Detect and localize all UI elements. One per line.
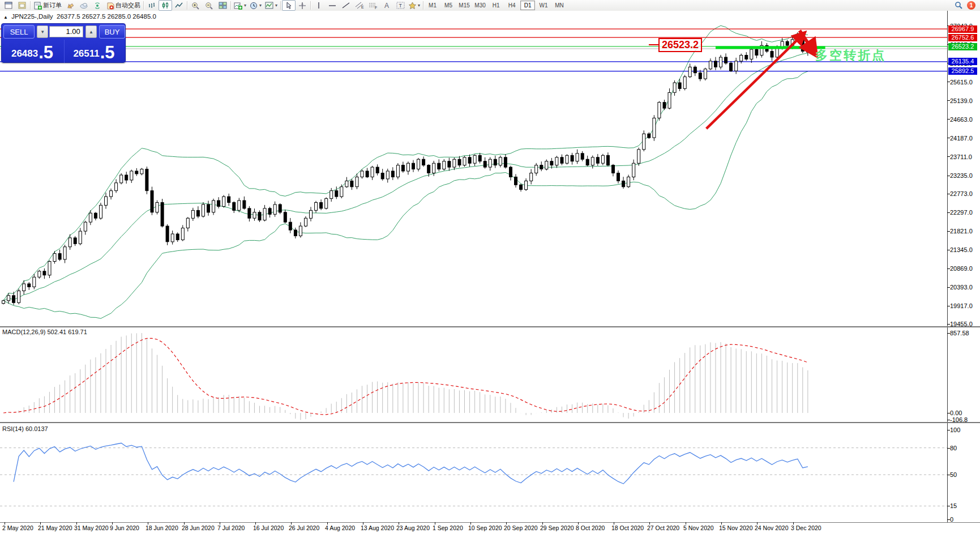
candle-bear xyxy=(612,165,615,173)
panel-separator[interactable] xyxy=(0,326,980,327)
candle-bull xyxy=(33,277,36,287)
candle-bull xyxy=(120,175,123,183)
candle-bear xyxy=(771,52,773,57)
price-callout-box[interactable]: 26523.2 xyxy=(658,38,702,52)
candle-bear xyxy=(448,161,451,167)
price-axis-tick: 22297.0 xyxy=(950,209,973,216)
candle-bear xyxy=(596,157,599,163)
candle-bull xyxy=(69,238,71,247)
candle-bear xyxy=(43,271,46,275)
candle-bull xyxy=(720,57,722,67)
candle-bull xyxy=(330,191,333,199)
bollinger-upper-band xyxy=(3,25,808,301)
candle-bull xyxy=(463,157,466,165)
bollinger-lower-band xyxy=(3,71,808,318)
candle-bull xyxy=(361,171,363,177)
candle-bull xyxy=(63,247,66,259)
panel-separator[interactable] xyxy=(0,422,980,423)
time-axis-label: 15 Nov 2020 xyxy=(719,525,753,531)
candle-bull xyxy=(407,163,410,171)
trade-panel-row: SELL ▼ 1.00 ▲ BUY xyxy=(2,25,125,39)
candle-bear xyxy=(663,103,666,108)
candle-bull xyxy=(750,49,753,59)
candle-bear xyxy=(335,191,338,197)
candle-bear xyxy=(166,226,169,242)
buy-button[interactable]: BUY xyxy=(99,25,125,39)
candle-bear xyxy=(560,157,563,163)
candle-bear xyxy=(678,83,681,88)
candle-bear xyxy=(268,208,271,214)
symbol-period: JPN225-,Daily xyxy=(11,13,53,20)
candle-bull xyxy=(115,183,118,191)
main-chart-layer xyxy=(0,25,947,318)
rsi-axis-tick: 15 xyxy=(950,502,957,509)
price-axis-tick: 20869.0 xyxy=(950,265,973,272)
candle-bull xyxy=(222,197,225,206)
volume-decrease-button[interactable]: ▼ xyxy=(37,25,48,38)
time-axis-label: 31 May 2020 xyxy=(74,525,109,531)
volume-increase-button[interactable]: ▲ xyxy=(85,25,97,38)
time-axis-label: 8 Oct 2020 xyxy=(576,525,605,531)
sell-button[interactable]: SELL xyxy=(3,25,35,39)
one-click-trading-panel: SELL ▼ 1.00 ▲ BUY 26483 .5 26511 .5 xyxy=(1,23,126,63)
candle-bear xyxy=(606,155,609,165)
candle-bear xyxy=(320,203,323,208)
candle-bull xyxy=(735,61,738,71)
candle-bull xyxy=(740,56,743,61)
buy-price-frac: .5 xyxy=(100,44,115,61)
candle-bull xyxy=(535,165,538,173)
candle-bull xyxy=(186,218,189,228)
candle-bear xyxy=(125,175,128,180)
candle-bear xyxy=(730,63,733,71)
candle-bear xyxy=(135,171,138,174)
candle-bear xyxy=(571,155,574,161)
candle-bull xyxy=(305,218,307,226)
candle-bull xyxy=(658,103,661,118)
price-line-label: 26135.4 xyxy=(948,58,977,65)
candle-bear xyxy=(284,212,286,222)
candle-bear xyxy=(233,203,236,211)
candle-bull xyxy=(709,61,712,69)
sell-price-frac: .5 xyxy=(38,44,53,61)
candle-bull xyxy=(591,157,594,165)
turning-point-label[interactable]: 多空转折点 xyxy=(815,47,886,64)
candle-bull xyxy=(704,69,707,79)
macd-axis-tick: 857.58 xyxy=(950,330,969,336)
candle-bear xyxy=(504,157,507,167)
candle-bull xyxy=(386,171,389,179)
candle-bull xyxy=(212,201,215,212)
chart-canvas xyxy=(0,0,980,533)
candle-bear xyxy=(755,49,758,55)
price-line-label: 26752.6 xyxy=(948,34,977,41)
buy-price[interactable]: 26511 .5 xyxy=(64,40,123,63)
candle-bear xyxy=(161,203,164,227)
time-axis-label: 18 Jun 2020 xyxy=(145,525,178,531)
candle-bear xyxy=(196,210,199,216)
candle-bull xyxy=(38,271,41,277)
candle-bull xyxy=(105,197,108,205)
price-line-label: 26523.2 xyxy=(948,43,977,50)
rsi-axis-tick: 50 xyxy=(950,471,957,478)
candle-bull xyxy=(325,199,328,208)
candle-bear xyxy=(228,197,230,202)
chart-title: ▲ JPN225-,Daily 26377.5 26527.5 26285.0 … xyxy=(3,13,156,20)
time-axis-label: 7 Jul 2020 xyxy=(217,525,245,531)
volume-input[interactable]: 1.00 xyxy=(49,26,83,37)
candle-bull xyxy=(417,159,420,169)
candle-bull xyxy=(601,155,604,163)
candle-bear xyxy=(28,284,31,287)
candle-bear xyxy=(515,177,517,185)
time-axis-label: 23 Aug 2020 xyxy=(396,525,430,531)
candle-bear xyxy=(376,167,379,173)
candle-bull xyxy=(110,191,113,197)
rsi-layer xyxy=(0,443,947,506)
rsi-line xyxy=(14,443,808,484)
sell-price[interactable]: 26483 .5 xyxy=(3,40,62,63)
time-axis-label: 20 Sep 2020 xyxy=(504,525,538,531)
macd-axis-tick: -106.8 xyxy=(950,416,968,423)
candle-bear xyxy=(248,208,251,218)
candle-bear xyxy=(350,181,353,186)
candle-bull xyxy=(181,228,184,240)
time-axis-label: 3 Dec 2020 xyxy=(791,525,821,531)
bollinger-middle-band xyxy=(3,53,808,301)
